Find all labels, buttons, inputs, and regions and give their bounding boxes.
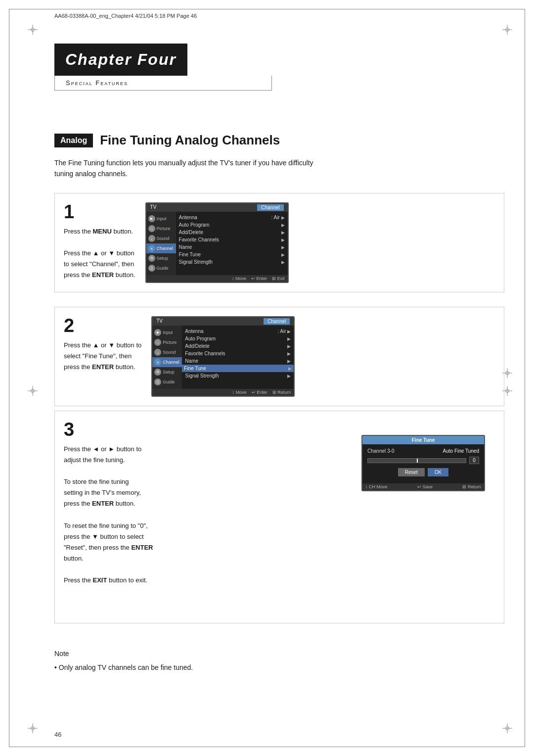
fine-tune-value: 0 [469,457,479,464]
menu2-antenna: Antenna : Air ▶ [185,328,291,335]
step-3-left: 3 Press the ◄ or ► button toadjust the f… [64,420,342,586]
fine-tune-body: Channel 3-0 Auto Fine Tuned 0 Reset OK [362,444,484,483]
intro-text: The Fine Tuning function lets you manual… [54,157,504,180]
step-3-text: Press the ◄ or ► button toadjust the fin… [64,444,342,586]
step-1-screen: TV Channel ▶ Input □ Picture ♪ Sound [145,202,289,283]
sound2-icon: ♪ [154,349,161,356]
chapter-title-bar: Chapter Four [54,44,187,76]
menu2-finetune-highlighted: Fine Tune ▶ [182,365,294,372]
fine-tune-footer: ↕ CH Move ↩ Save ⊞ Return [362,483,484,490]
step-2-tv-footer: ↕ Move ↩ Enter ⊞ Return [152,389,294,396]
step-2-text: Press the ▲ or ▼ button toselect "Fine T… [64,340,141,373]
menu-antenna-1: Antenna : Air ▶ [179,214,285,221]
step-2-tv: TV Channel ▶ Input □ Picture ♪ Sound [151,316,295,397]
fine-tune-title: Fine Tune [362,436,484,444]
guide-icon: ◫ [148,265,155,272]
sidebar-input: ▶ Input [146,214,176,224]
header-meta: AA68-03388A-00_eng_Chapter4 4/21/04 5:18… [54,13,197,19]
step-2-number: 2 [64,316,141,335]
step-1-tv-sidebar: ▶ Input □ Picture ♪ Sound ≡ Channel [146,212,176,275]
picture-icon: □ [148,225,155,232]
setup2-icon: ⚙ [154,369,161,376]
sidebar2-input: ▶ Input [152,328,182,337]
crosshair-top-right [502,25,512,35]
chapter-title: Chapter Four [65,50,177,68]
step-1-tv-body: ▶ Input □ Picture ♪ Sound ≡ Channel [146,212,288,275]
note-bullet: • Only analog TV channels can be fine tu… [54,662,504,674]
step-2-tv-header: TV Channel [152,317,294,326]
step-1-left: 1 Press the MENU button. Press the ▲ or … [64,202,135,281]
menu-finetune-1: Fine Tune ▶ [179,251,285,258]
ok-button[interactable]: OK [428,468,448,476]
fine-tune-buttons: Reset OK [367,468,479,476]
sidebar2-sound: ♪ Sound [152,347,182,357]
sidebar-channel-active: ≡ Channel [146,243,176,253]
menu2-signalstrength: Signal Strength ▶ [185,372,291,379]
step-1-text: Press the MENU button. Press the ▲ or ▼ … [64,226,135,281]
menu2-favchannels: Favorite Channels ▶ [185,350,291,357]
picture2-icon: □ [154,339,161,346]
sidebar-guide: ◫ Guide [146,263,176,273]
sidebar2-setup: ⚙ Setup [152,367,182,377]
sidebar-setup: ⚙ Setup [146,253,176,263]
menu-signalstrength-1: Signal Strength ▶ [179,258,285,266]
step-2-tv-body: ▶ Input □ Picture ♪ Sound ≡ Channel [152,326,294,389]
step-2-left: 2 Press the ▲ or ▼ button toselect "Fine… [64,316,141,373]
guide2-icon: ◫ [154,378,161,385]
step-1-number: 1 [64,202,135,221]
sidebar-sound: ♪ Sound [146,234,176,243]
channel-icon: ≡ [148,245,155,252]
channel2-icon: ≡ [154,359,161,366]
sidebar2-guide: ◫ Guide [152,377,182,387]
sidebar2-channel-active: ≡ Channel [152,357,182,367]
crosshair-bottom-left [28,723,38,733]
setup-icon: ⚙ [148,255,155,262]
step-1-tv-main: Antenna : Air ▶ Auto Program ▶ Add/Delet… [176,212,288,275]
section-title-row: Analog Fine Tuning Analog Channels [54,133,280,148]
crosshair-mid-left [28,386,38,396]
step-3-number: 3 [64,420,342,439]
menu-name-1: Name ▶ [179,243,285,251]
analog-badge: Analog [54,134,93,147]
step-2-screen: TV Channel ▶ Input □ Picture ♪ Sound [151,316,295,397]
chapter-subtitle: Special Features [54,76,272,91]
reset-button[interactable]: Reset [398,468,425,476]
step-1-tv-header: TV Channel [146,203,288,212]
sidebar-picture: □ Picture [146,224,176,234]
menu2-name: Name ▶ [185,357,291,365]
fine-tune-bar [367,458,466,463]
step-3-screen: Fine Tune Channel 3-0 Auto Fine Tuned 0 … [352,420,495,491]
note-title: Note [54,648,504,660]
step-1-box: 1 Press the MENU button. Press the ▲ or … [54,193,504,292]
step-1-tv: TV Channel ▶ Input □ Picture ♪ Sound [145,202,289,283]
step-1-tv-footer: ↕ Move ↩ Enter ⊞ Exit [146,275,288,282]
chapter-box: Chapter Four Special Features [54,44,272,91]
menu-adddelete-1: Add/Delete ▶ [179,229,285,236]
fine-tune-bar-row: 0 [367,457,479,464]
menu-favchannels-1: Favorite Channels ▶ [179,236,285,243]
crosshair-top-left [28,25,38,35]
page-number: 46 [54,731,61,738]
step-2-box: 2 Press the ▲ or ▼ button toselect "Fine… [54,307,504,406]
step-2-tv-main: Antenna : Air ▶ Auto Program ▶ Add/Delet… [182,326,294,389]
step-2-tv-sidebar: ▶ Input □ Picture ♪ Sound ≡ Channel [152,326,182,389]
sound-icon: ♪ [148,235,155,242]
input-icon: ▶ [148,215,155,222]
menu2-adddelete: Add/Delete ▶ [185,342,291,350]
fine-tune-bar-fill [417,459,418,463]
sidebar2-picture: □ Picture [152,337,182,347]
menu-autoprogram-1: Auto Program ▶ [179,221,285,229]
menu2-autoprogram: Auto Program ▶ [185,335,291,342]
note-section: Note • Only analog TV channels can be fi… [54,648,504,674]
fine-tune-dialog: Fine Tune Channel 3-0 Auto Fine Tuned 0 … [361,435,485,491]
fine-tune-channel-row: Channel 3-0 Auto Fine Tuned [367,448,479,454]
section-heading: Fine Tuning Analog Channels [100,133,280,148]
crosshair-bottom-right [502,723,512,733]
step-3-box: 3 Press the ◄ or ► button toadjust the f… [54,411,504,623]
input2-icon: ▶ [154,329,161,336]
